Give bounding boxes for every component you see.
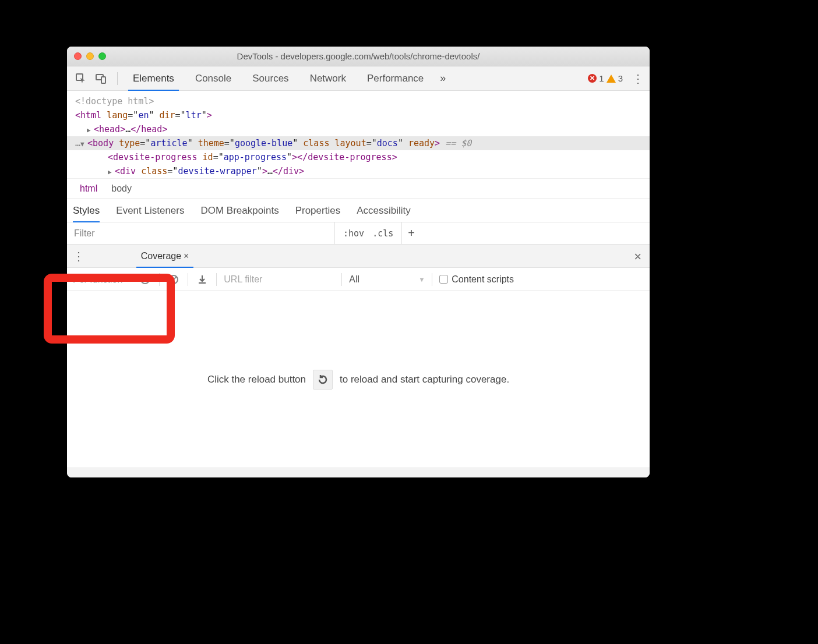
separator — [188, 273, 188, 286]
body-line-selected[interactable]: …▼<body type="article" theme="google-blu… — [67, 136, 650, 150]
tab-elements[interactable]: Elements — [122, 66, 185, 91]
tab-styles[interactable]: Styles — [73, 199, 100, 222]
device-toolbar-icon[interactable] — [93, 70, 109, 87]
error-count: 1 — [599, 73, 604, 83]
coverage-type-dropdown[interactable]: All ▼ — [349, 274, 425, 285]
inspect-element-icon[interactable] — [73, 70, 89, 87]
separator — [117, 72, 118, 85]
elements-side-tabs: Styles Event Listeners DOM Breakpoints P… — [67, 199, 650, 222]
hov-toggle[interactable]: :hov — [343, 228, 364, 239]
export-icon[interactable] — [195, 273, 209, 286]
new-style-rule-button[interactable]: + — [402, 227, 421, 240]
separator — [432, 273, 432, 286]
devsite-progress-line[interactable]: <devsite-progress id="app-progress"></de… — [75, 150, 650, 164]
tab-console[interactable]: Console — [185, 66, 242, 91]
cls-toggle[interactable]: .cls — [372, 228, 393, 239]
drawer-tabs: ⋮ Console Coverage × × — [67, 245, 650, 268]
tab-properties[interactable]: Properties — [295, 199, 340, 222]
reload-button[interactable] — [313, 370, 333, 390]
tab-performance[interactable]: Performance — [357, 66, 434, 91]
more-tabs-button[interactable]: » — [434, 72, 452, 84]
checkbox-icon[interactable] — [439, 275, 448, 284]
annotation-highlight-box — [44, 274, 175, 344]
styles-filter-input[interactable] — [67, 222, 335, 244]
crumb-html[interactable]: html — [73, 183, 104, 194]
content-scripts-checkbox[interactable]: Content scripts — [439, 274, 514, 285]
coverage-hint-before: Click the reload button — [207, 374, 306, 385]
styles-filter-row: :hov .cls + — [67, 222, 650, 245]
html-open-line[interactable]: <html lang="en" dir="ltr"> — [75, 108, 650, 122]
drawer-menu-icon[interactable]: ⋮ — [73, 250, 84, 262]
svg-rect-2 — [101, 77, 105, 83]
dom-breadcrumb: html body — [67, 178, 650, 199]
crumb-body[interactable]: body — [104, 183, 139, 194]
settings-kebab-icon[interactable]: ⋮ — [632, 73, 644, 84]
tab-event-listeners[interactable]: Event Listeners — [116, 199, 184, 222]
warning-icon[interactable] — [607, 75, 616, 83]
main-panel-tabs: Elements Console Sources Network Perform… — [67, 66, 650, 91]
tab-sources[interactable]: Sources — [242, 66, 299, 91]
status-badges: ✕ 1 3 ⋮ — [588, 73, 644, 84]
tab-network[interactable]: Network — [299, 66, 357, 91]
warning-count: 3 — [618, 73, 623, 83]
titlebar: DevTools - developers.google.com/web/too… — [67, 47, 650, 66]
head-line[interactable]: ▶<head>…</head> — [75, 122, 650, 136]
drawer-tab-coverage[interactable]: Coverage × — [135, 245, 195, 268]
doctype-line: <!doctype html> — [75, 94, 650, 108]
separator — [341, 273, 342, 286]
tab-accessibility[interactable]: Accessibility — [357, 199, 411, 222]
error-icon[interactable]: ✕ — [588, 74, 597, 83]
separator — [216, 273, 217, 286]
devtools-footer — [67, 468, 650, 477]
window-title: DevTools - developers.google.com/web/too… — [67, 51, 650, 61]
content-scripts-label: Content scripts — [452, 274, 514, 285]
dom-tree[interactable]: <!doctype html> <html lang="en" dir="ltr… — [67, 91, 650, 178]
devtools-window: DevTools - developers.google.com/web/too… — [67, 47, 650, 477]
close-tab-icon[interactable]: × — [184, 251, 189, 261]
div-wrapper-line[interactable]: ▶<div class="devsite-wrapper">…</div> — [75, 164, 650, 178]
coverage-hint-after: to reload and start capturing coverage. — [340, 374, 509, 385]
tab-dom-breakpoints[interactable]: DOM Breakpoints — [200, 199, 278, 222]
drawer-close-icon[interactable]: × — [634, 249, 641, 264]
coverage-url-filter-input[interactable] — [224, 274, 334, 285]
